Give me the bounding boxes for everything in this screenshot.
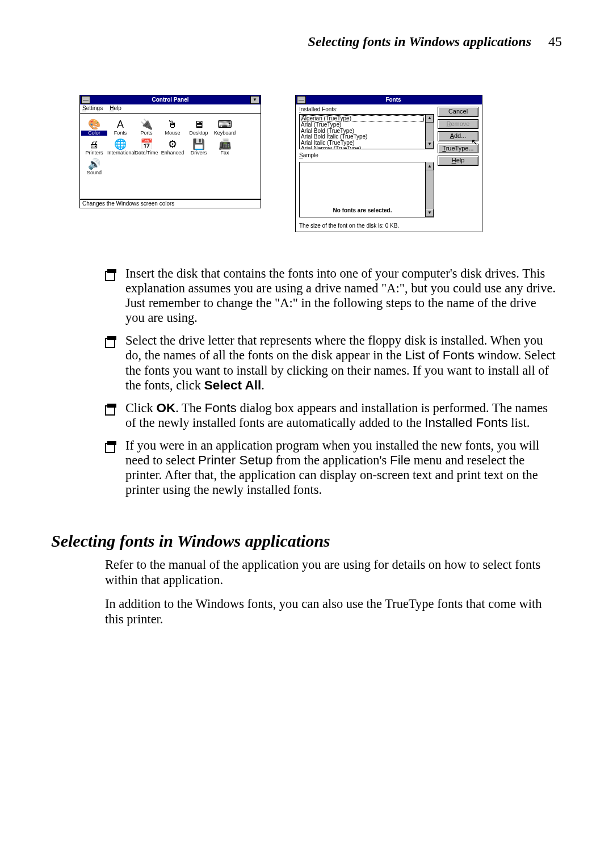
installed-fonts-listbox[interactable]: Algerian (TrueType) Arial (TrueType) Ari… <box>299 114 434 149</box>
scroll-up-icon[interactable]: ▲ <box>426 115 434 123</box>
scroll-up-icon[interactable]: ▲ <box>426 162 434 170</box>
cp-icon-datetime[interactable]: 📅Date/Time <box>133 138 159 156</box>
svg-rect-3 <box>107 336 116 340</box>
font-size-line: The size of the font on the disk is: 0 K… <box>299 223 434 229</box>
section-heading: Selecting fonts in Windows applications <box>51 531 562 551</box>
system-menu-icon[interactable] <box>297 96 306 104</box>
step-text: Select the drive letter that represents … <box>125 333 556 392</box>
step-item: Click OK. The Fonts dialog box appears a… <box>105 401 556 430</box>
cp-icon-printers[interactable]: 🖨Printers <box>81 138 107 156</box>
fonts-dialog: Fonts Installed Fonts: Algerian (TrueTyp… <box>295 95 482 232</box>
svg-rect-7 <box>107 441 116 445</box>
sample-scrollbar[interactable]: ▲ ▼ <box>425 162 434 217</box>
truetype-button[interactable]: TrueType... <box>438 144 478 154</box>
fonts-titlebar[interactable]: Fonts <box>295 95 482 104</box>
cancel-button[interactable]: Cancel <box>438 107 478 117</box>
sample-label: Sample <box>299 153 434 159</box>
scroll-down-icon[interactable]: ▼ <box>426 209 434 217</box>
listbox-scrollbar[interactable]: ▲ ▼ <box>425 115 434 149</box>
running-header: Selecting fonts in Windows applications … <box>51 34 562 49</box>
enhanced-icon: ⚙ <box>159 138 186 150</box>
checkbox-icon <box>105 441 117 453</box>
cp-icon-ports[interactable]: 🔌Ports <box>133 118 159 136</box>
system-menu-icon[interactable] <box>81 96 90 104</box>
cp-icon-color[interactable]: 🎨Color <box>81 118 107 136</box>
checkbox-icon <box>105 269 117 281</box>
page-number: 45 <box>548 34 562 49</box>
scroll-down-icon[interactable]: ▼ <box>426 141 434 149</box>
step-item: If you were in an application program wh… <box>105 438 556 497</box>
cp-icon-fax[interactable]: 📠Fax <box>212 138 238 156</box>
cp-icon-enhanced[interactable]: ⚙Enhanced <box>159 138 186 156</box>
cp-icon-mouse[interactable]: 🖱Mouse <box>159 118 186 136</box>
step-text: Click OK. The Fonts dialog box appears a… <box>125 401 556 430</box>
sample-message: No fonts are selected. <box>300 162 425 217</box>
keyboard-icon: ⌨ <box>212 118 238 131</box>
desktop-icon: 🖥 <box>186 118 212 131</box>
font-item[interactable]: Arial Bold Italic (TrueType) <box>301 134 424 140</box>
menu-settings[interactable]: Settings <box>82 106 103 112</box>
step-item: Select the drive letter that represents … <box>105 333 556 392</box>
svg-rect-5 <box>107 404 116 408</box>
checkbox-icon <box>105 403 117 416</box>
international-icon: 🌐 <box>107 138 133 150</box>
color-icon: 🎨 <box>81 118 107 131</box>
add-button[interactable]: Add... <box>438 131 478 141</box>
body-paragraph: Refer to the manual of the application y… <box>105 557 556 588</box>
fax-icon: 📠 <box>212 138 238 150</box>
step-text: Insert the disk that contains the fonts … <box>125 266 556 325</box>
cp-icon-drivers[interactable]: 💾Drivers <box>186 138 212 156</box>
running-header-title: Selecting fonts in Windows applications <box>308 34 531 49</box>
drivers-icon: 💾 <box>186 138 212 150</box>
remove-button[interactable]: Remove <box>438 119 478 129</box>
help-button[interactable]: Help <box>438 156 478 166</box>
font-item[interactable]: Arial Narrow (TrueType) <box>301 146 424 149</box>
cp-icon-fonts[interactable]: AFonts <box>107 118 133 136</box>
control-panel-window: Control Panel Settings Help 🎨Color AFont… <box>79 95 261 232</box>
printers-icon: 🖨 <box>81 138 107 150</box>
cp-icon-desktop[interactable]: 🖥Desktop <box>186 118 212 136</box>
menu-help[interactable]: Help <box>110 106 121 112</box>
datetime-icon: 📅 <box>133 138 159 150</box>
mouse-icon: 🖱 <box>159 118 186 131</box>
sound-icon: 🔊 <box>81 158 107 170</box>
cp-icon-keyboard[interactable]: ⌨Keyboard <box>212 118 238 136</box>
control-panel-title: Control Panel <box>90 97 250 103</box>
body-paragraph: In addition to the Windows fonts, you ca… <box>105 597 556 627</box>
control-panel-menubar: Settings Help <box>79 104 261 114</box>
cp-icon-international[interactable]: 🌐International <box>107 138 133 156</box>
fonts-title: Fonts <box>306 97 481 103</box>
control-panel-statusbar: Changes the Windows screen colors <box>79 199 261 209</box>
minimize-icon[interactable] <box>250 96 259 104</box>
installed-fonts-label: Installed Fonts: <box>299 107 434 113</box>
step-item: Insert the disk that contains the fonts … <box>105 266 556 325</box>
ports-icon: 🔌 <box>133 118 159 131</box>
sample-box: No fonts are selected. ▲ ▼ <box>299 162 434 217</box>
svg-rect-1 <box>107 269 116 273</box>
fonts-icon: A <box>107 118 133 131</box>
checkbox-icon <box>105 336 117 348</box>
step-text: If you were in an application program wh… <box>125 438 556 497</box>
control-panel-titlebar[interactable]: Control Panel <box>79 95 261 104</box>
control-panel-body: 🎨Color AFonts 🔌Ports 🖱Mouse 🖥Desktop ⌨Ke… <box>79 114 261 199</box>
cp-icon-sound[interactable]: 🔊Sound <box>81 158 107 175</box>
font-item[interactable]: Arial (TrueType) <box>301 122 424 128</box>
